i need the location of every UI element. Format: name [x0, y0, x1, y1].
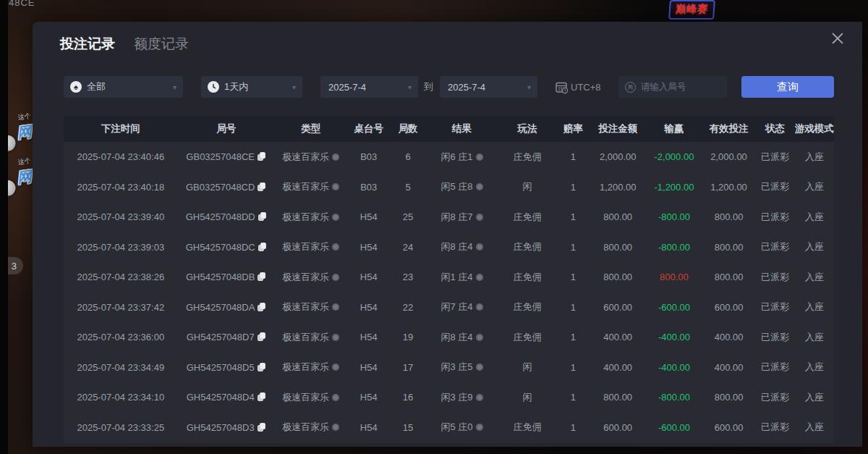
cell-win: -800.00 [646, 392, 702, 403]
type-info-icon [332, 363, 339, 371]
cell-mode: 入座 [795, 361, 834, 374]
copy-icon[interactable] [258, 212, 267, 222]
cell-game_no: GH54257048DC [178, 242, 275, 253]
cell-result: 闲5 庄8 [426, 180, 498, 193]
header-time: 下注时间 [64, 122, 178, 135]
copy-icon[interactable] [258, 182, 266, 192]
table-row: 2025-07-04 23:40:46GB03257048CE极速百家乐B036… [64, 142, 834, 172]
table-header-row: 下注时间局号类型桌台号局数结果玩法赔率投注金额输赢有效投注状态游戏模式 [64, 116, 834, 142]
cell-valid: 800.00 [702, 272, 755, 282]
date-from-select[interactable]: 2025-7-4 ▾ [320, 76, 418, 98]
result-replay-icon[interactable] [476, 154, 483, 161]
cell-odds: 1 [557, 362, 590, 373]
copy-icon[interactable] [258, 332, 266, 342]
cell-round: 19 [391, 332, 426, 342]
result-replay-icon[interactable] [476, 394, 483, 401]
cell-status: 已派彩 [755, 271, 794, 284]
cell-game_no: GH54257048D7 [178, 332, 275, 342]
copy-icon[interactable] [258, 363, 266, 372]
cell-type: 极速百家乐 [275, 271, 347, 284]
tab-quota-records[interactable]: 额度记录 [134, 35, 189, 54]
cell-bet: 2,000.00 [590, 151, 646, 162]
copy-icon[interactable] [258, 303, 266, 312]
peak-tournament-logo: 巅峰赛 [668, 0, 715, 20]
cell-time: 2025-07-04 23:37:42 [64, 302, 178, 313]
chevron-down-icon: ▾ [173, 83, 176, 91]
table-row: 2025-07-04 23:36:00GH54257048D7极速百家乐H541… [64, 322, 834, 353]
cell-win: -800.00 [646, 242, 702, 253]
header-table_no: 桌台号 [347, 122, 391, 135]
cell-result: 闲8 庄4 [426, 240, 498, 253]
copy-icon[interactable] [258, 423, 266, 432]
result-replay-icon[interactable] [476, 274, 483, 281]
result-replay-icon[interactable] [476, 424, 483, 431]
type-info-icon [332, 394, 339, 401]
result-replay-icon[interactable] [476, 303, 483, 311]
header-valid: 有效投注 [702, 122, 755, 135]
cell-win: -2,000.00 [646, 151, 702, 162]
cell-valid: 1,200.00 [702, 182, 755, 193]
game-number-search-input[interactable]: 局 请输入局号 [618, 76, 727, 98]
cell-time: 2025-07-04 23:38:26 [64, 272, 178, 282]
query-button[interactable]: 查询 [741, 76, 834, 98]
cell-type: 极速百家乐 [275, 300, 347, 314]
cell-status: 已派彩 [755, 421, 794, 434]
betting-records-modal: 投注记录 额度记录 ♠ 全部 ▾ 1天内 ▾ 2025-7-4 ▾ 到 2025… [33, 22, 862, 447]
cell-time: 2025-07-04 23:39:03 [64, 242, 178, 253]
header-mode: 游戏模式 [795, 122, 834, 135]
date-to-select[interactable]: 2025-7-4 ▾ [440, 76, 537, 98]
cell-result: 闲5 庄0 [426, 421, 498, 434]
cell-valid: 800.00 [702, 242, 755, 253]
left-edge-strip [0, 0, 8, 454]
cell-game_no: GB03257048CE [178, 151, 275, 162]
header-result: 结果 [426, 122, 498, 135]
cell-game_no: GH54257048DD [178, 211, 275, 222]
cell-win: 800.00 [646, 272, 702, 282]
close-icon[interactable] [828, 29, 847, 48]
cell-status: 已派彩 [755, 300, 794, 314]
header-type: 类型 [275, 122, 347, 135]
cell-time: 2025-07-04 23:36:00 [64, 332, 178, 342]
table-row: 2025-07-04 23:39:40GH54257048DD极速百家乐H542… [64, 202, 834, 232]
cell-play: 庄免佣 [498, 240, 557, 253]
cell-table_no: H54 [347, 272, 391, 282]
cell-bet: 600.00 [590, 302, 646, 313]
spade-icon: ♠ [70, 81, 82, 93]
copy-icon[interactable] [258, 392, 266, 402]
cell-status: 已派彩 [755, 240, 794, 253]
table-row: 2025-07-04 23:38:26GH54257048DB极速百家乐H542… [64, 262, 834, 293]
type-info-icon [332, 214, 339, 221]
result-replay-icon[interactable] [476, 183, 483, 190]
cell-odds: 1 [557, 182, 590, 193]
cell-result: 闲3 庄9 [426, 391, 498, 404]
tab-betting-records[interactable]: 投注记录 [60, 35, 115, 54]
cell-win: -800.00 [646, 211, 702, 222]
cell-win: -600.00 [646, 302, 702, 313]
filter-bar: ♠ 全部 ▾ 1天内 ▾ 2025-7-4 ▾ 到 2025-7-4 ▾ [33, 76, 862, 98]
cell-game_no: GH54257048DA [178, 302, 275, 313]
result-replay-icon[interactable] [476, 214, 483, 221]
copy-icon[interactable] [258, 152, 266, 161]
cell-game_no: GH54257048D3 [178, 422, 275, 433]
cell-play: 庄免佣 [498, 300, 557, 314]
cell-bet: 1,200.00 [590, 182, 646, 193]
cell-table_no: H54 [347, 362, 391, 373]
cell-status: 已派彩 [755, 361, 794, 374]
cell-type: 极速百家乐 [275, 361, 347, 374]
category-dropdown[interactable]: ♠ 全部 ▾ [64, 76, 183, 98]
type-info-icon [332, 334, 339, 341]
table-row: 2025-07-04 23:37:42GH54257048DA极速百家乐H542… [64, 293, 834, 323]
copy-icon[interactable] [258, 243, 267, 252]
result-replay-icon[interactable] [476, 243, 483, 251]
time-range-dropdown[interactable]: 1天内 ▾ [201, 76, 302, 98]
result-replay-icon[interactable] [476, 334, 483, 341]
copy-icon[interactable] [258, 272, 266, 282]
cell-play: 庄免佣 [498, 421, 557, 434]
header-bet: 投注金额 [590, 122, 646, 135]
cell-round: 5 [391, 182, 426, 193]
cell-valid: 2,000.00 [702, 151, 755, 162]
type-info-icon [332, 424, 339, 431]
result-replay-icon[interactable] [476, 363, 483, 371]
cell-type: 极速百家乐 [275, 240, 347, 253]
cell-odds: 1 [557, 211, 590, 222]
